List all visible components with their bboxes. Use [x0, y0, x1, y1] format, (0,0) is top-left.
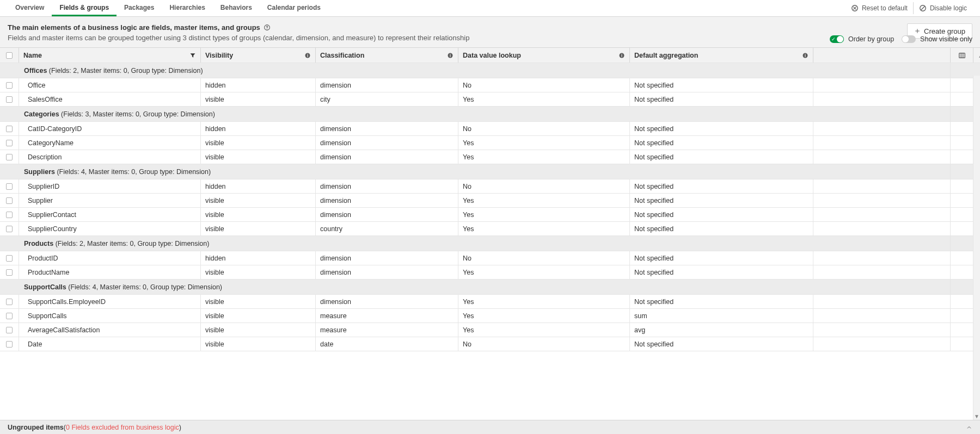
info-icon[interactable]: [802, 52, 808, 59]
info-icon[interactable]: [618, 52, 625, 59]
disable-logic-button[interactable]: Disable logic: [914, 0, 972, 17]
group-row[interactable]: Suppliers (Fields: 4, Master items: 0, G…: [0, 164, 980, 179]
table-row[interactable]: OfficehiddendimensionNoNot specified: [0, 78, 980, 92]
footer-excluded-link[interactable]: 0 Fields excluded from business logic: [66, 424, 179, 431]
cell-name: Description: [19, 150, 200, 164]
row-checkbox[interactable]: [0, 150, 19, 164]
cell-tail2: [950, 295, 973, 308]
table-row[interactable]: SupportCallsvisiblemeasureYessum: [0, 309, 980, 323]
cell-lookup: No: [458, 78, 629, 92]
column-picker-button[interactable]: [950, 48, 973, 63]
cell-lookup: Yes: [458, 323, 629, 337]
tab-packages[interactable]: Packages: [117, 0, 162, 16]
cell-classification: dimension: [315, 150, 458, 164]
cell-name: SupplierID: [19, 179, 200, 193]
table-row[interactable]: AverageCallSatisfactionvisiblemeasureYes…: [0, 323, 980, 337]
cell-aggregation: Not specified: [629, 78, 813, 92]
show-visible-only-toggle[interactable]: Show visible only: [902, 35, 972, 43]
group-row[interactable]: Offices (Fields: 2, Master items: 0, Gro…: [0, 63, 980, 78]
scrollbar-track[interactable]: ▼: [973, 76, 980, 420]
row-checkbox[interactable]: [0, 78, 19, 92]
table-row[interactable]: SupportCalls.EmployeeIDvisibledimensionY…: [0, 295, 980, 309]
group-row[interactable]: Categories (Fields: 3, Master items: 0, …: [0, 107, 980, 122]
header-aggregation[interactable]: Default aggregation: [629, 48, 813, 63]
cell-classification: measure: [315, 309, 458, 323]
group-meta: (Fields: 3, Master items: 0, Group type:…: [59, 110, 215, 118]
cell-tail2: [950, 337, 973, 351]
order-by-group-toggle[interactable]: Order by group: [830, 35, 894, 43]
cell-tail2: [950, 179, 973, 193]
row-checkbox[interactable]: [0, 309, 19, 323]
info-icon[interactable]: [447, 52, 454, 59]
row-checkbox[interactable]: [0, 222, 19, 235]
ungrouped-footer[interactable]: Ungrouped items ( 0 Fields excluded from…: [0, 420, 980, 434]
header-classification[interactable]: Classification: [315, 48, 458, 63]
header-visibility-label: Visibility: [205, 52, 233, 59]
header-lookup[interactable]: Data value lookup: [458, 48, 629, 63]
info-icon[interactable]: [304, 52, 311, 59]
group-row[interactable]: Products (Fields: 2, Master items: 0, Gr…: [0, 236, 980, 251]
row-checkbox[interactable]: [0, 265, 19, 279]
cell-name: CategoryName: [19, 136, 200, 150]
cell-spacer: [813, 309, 950, 323]
table-row[interactable]: ProductNamevisibledimensionYesNot specif…: [0, 265, 980, 280]
tab-fields-groups[interactable]: Fields & groups: [52, 0, 117, 16]
cell-tail2: [950, 78, 973, 92]
table-row[interactable]: DatevisibledateNoNot specified: [0, 337, 980, 351]
cell-spacer: [813, 150, 950, 164]
table-row[interactable]: SalesOfficevisiblecityYesNot specified: [0, 92, 980, 107]
header-visibility[interactable]: Visibility: [200, 48, 315, 63]
cell-aggregation: Not specified: [629, 251, 813, 265]
row-checkbox[interactable]: [0, 122, 19, 135]
group-row[interactable]: SupportCalls (Fields: 4, Master items: 0…: [0, 280, 980, 295]
reset-to-default-button[interactable]: Reset to default: [846, 0, 913, 17]
chevron-up-icon: [966, 424, 972, 431]
cell-name: Office: [19, 78, 200, 92]
cell-lookup: No: [458, 122, 629, 135]
top-actions: Reset to default Disable logic: [846, 0, 972, 16]
cell-visibility: visible: [200, 309, 315, 323]
table-row[interactable]: DescriptionvisibledimensionYesNot specif…: [0, 150, 980, 164]
table-row[interactable]: SupplierIDhiddendimensionNoNot specified: [0, 179, 980, 194]
tab-behaviors[interactable]: Behaviors: [213, 0, 260, 16]
row-checkbox[interactable]: [0, 251, 19, 265]
tab-calendar-periods[interactable]: Calendar periods: [260, 0, 328, 16]
cell-visibility: visible: [200, 92, 315, 106]
tab-overview[interactable]: Overview: [8, 0, 52, 16]
footer-name: Ungrouped items: [8, 424, 64, 431]
cell-aggregation: Not specified: [629, 222, 813, 235]
group-meta: (Fields: 2, Master items: 0, Group type:…: [53, 240, 209, 247]
table-row[interactable]: SupplierCountryvisiblecountryYesNot spec…: [0, 222, 980, 236]
header-checkbox-cell[interactable]: [0, 48, 19, 63]
table-row[interactable]: CategoryNamevisibledimensionYesNot speci…: [0, 136, 980, 150]
row-checkbox[interactable]: [0, 179, 19, 193]
table-row[interactable]: SuppliervisibledimensionYesNot specified: [0, 194, 980, 208]
tab-hierarchies[interactable]: Hierarchies: [162, 0, 212, 16]
cell-name: SalesOffice: [19, 92, 200, 106]
row-checkbox[interactable]: [0, 136, 19, 150]
scroll-up-button[interactable]: ▲: [973, 48, 980, 63]
row-checkbox[interactable]: [0, 208, 19, 221]
row-checkbox[interactable]: [0, 295, 19, 308]
order-toggle-label: Order by group: [848, 35, 894, 43]
help-icon[interactable]: [264, 24, 271, 31]
group-meta: (Fields: 4, Master items: 0, Group type:…: [66, 283, 222, 291]
header-aggregation-label: Default aggregation: [634, 52, 698, 59]
cell-name: AverageCallSatisfaction: [19, 323, 200, 337]
group-name: Categories: [24, 110, 59, 118]
row-checkbox[interactable]: [0, 92, 19, 106]
row-checkbox[interactable]: [0, 337, 19, 351]
row-checkbox[interactable]: [0, 194, 19, 207]
tabs-container: OverviewFields & groupsPackagesHierarchi…: [8, 0, 328, 16]
row-checkbox[interactable]: [0, 323, 19, 337]
cell-visibility: visible: [200, 136, 315, 150]
table-row[interactable]: ProductIDhiddendimensionNoNot specified: [0, 251, 980, 265]
scroll-down-button[interactable]: ▼: [973, 413, 980, 420]
footer-paren-r: ): [179, 424, 181, 431]
table-row[interactable]: CatID-CategoryIDhiddendimensionNoNot spe…: [0, 122, 980, 136]
filter-icon[interactable]: [189, 52, 196, 59]
header-name[interactable]: Name: [19, 48, 200, 63]
cell-lookup: No: [458, 337, 629, 351]
table-row[interactable]: SupplierContactvisibledimensionYesNot sp…: [0, 208, 980, 222]
group-meta: (Fields: 2, Master items: 0, Group type:…: [47, 67, 203, 75]
